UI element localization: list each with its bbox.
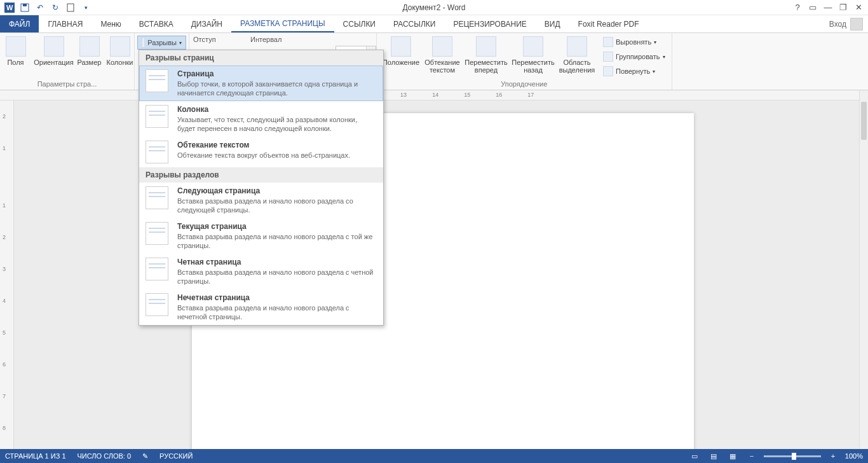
backward-icon [523,36,543,57]
quick-access-toolbar: W ↶ ↻ ▾ [0,2,92,13]
web-layout-icon[interactable]: ▦ [726,450,740,462]
align-button[interactable]: Выровнять▾ [600,35,668,49]
send-backward-button[interactable]: Переместить назад [510,35,556,74]
break-option-next-page[interactable]: Следующая страницаВставка разрыва раздел… [139,183,383,218]
position-button[interactable]: Положение [381,35,421,66]
print-layout-icon[interactable]: ▤ [707,450,721,462]
read-mode-icon[interactable]: ▭ [688,450,702,462]
svg-rect-4 [67,4,74,11]
size-button[interactable]: Размер [76,35,104,66]
chevron-down-icon: ▾ [663,54,665,60]
undo-icon[interactable]: ↶ [34,2,46,13]
tab-foxit[interactable]: Foxit Reader PDF [569,15,648,32]
selection-pane-icon [567,36,587,57]
group-arrange: Положение Обтекание текстом Переместить … [377,33,672,90]
group-icon [603,52,613,62]
dropdown-header-section-breaks: Разрывы разделов [139,167,383,183]
columns-button[interactable]: Колонки [105,35,135,66]
zoom-level[interactable]: 100% [845,452,863,460]
svg-text:W: W [6,4,13,11]
proofing-icon[interactable]: ✎ [142,452,148,460]
tab-file[interactable]: ФАЙЛ [0,15,39,32]
group-label-page-setup: Параметры стра... [37,80,97,89]
align-icon [603,37,613,47]
zoom-slider[interactable] [764,455,821,457]
tab-menu[interactable]: Меню [92,15,130,32]
group-page-setup: Поля Ориентация Размер Колонки Параметры… [0,33,135,90]
break-option-page[interactable]: СтраницаВыбор точки, в которой заканчива… [139,66,383,101]
zoom-out-button[interactable]: − [745,450,759,462]
orientation-button[interactable]: Ориентация [34,35,74,66]
sign-in-link[interactable]: Вход [829,20,846,29]
page-break-icon [146,69,168,92]
chevron-down-icon: ▾ [179,40,182,46]
title-bar: W ↶ ↻ ▾ Документ2 - Word ? ▭ — ❐ ✕ [0,0,868,15]
status-language[interactable]: РУССКИЙ [159,452,193,460]
break-option-column[interactable]: КолонкаУказывает, что текст, следующий з… [139,101,383,137]
margins-button[interactable]: Поля [0,35,32,66]
tab-page-layout[interactable]: РАЗМЕТКА СТРАНИЦЫ [231,15,334,32]
help-icon[interactable]: ? [790,2,804,13]
selection-pane-button[interactable]: Область выделения [557,35,597,74]
rotate-button[interactable]: Повернуть▾ [600,64,668,78]
breaks-icon [142,38,145,48]
ribbon-display-icon[interactable]: ▭ [806,2,820,13]
vertical-scrollbar[interactable] [859,90,868,449]
breaks-dropdown: Разрывы страниц СтраницаВыбор точки, в к… [139,50,384,326]
qat-customize-icon[interactable]: ▾ [80,2,92,13]
tab-review[interactable]: РЕЦЕНЗИРОВАНИЕ [444,15,535,32]
chevron-down-icon: ▾ [653,69,655,74]
close-icon[interactable]: ✕ [851,2,865,13]
vertical-ruler[interactable]: 21123456789 [0,100,14,449]
even-page-section-icon [146,258,168,280]
column-break-icon [146,105,168,128]
tab-home[interactable]: ГЛАВНАЯ [39,15,92,32]
odd-page-section-icon [146,293,168,316]
group-button[interactable]: Группировать▾ [600,50,668,64]
margins-icon [6,36,26,57]
save-icon[interactable] [19,2,31,13]
dropdown-header-page-breaks: Разрывы страниц [139,50,383,66]
breaks-button[interactable]: Разрывы ▾ [137,36,186,50]
word-icon: W [4,2,15,13]
position-icon [391,36,411,57]
size-icon [79,36,100,57]
columns-icon [110,36,130,57]
document-title: Документ2 - Word [402,3,465,12]
wrap-icon [432,36,452,57]
indent-label: Отступ [193,36,243,43]
status-page[interactable]: СТРАНИЦА 1 ИЗ 1 [5,452,66,460]
zoom-slider-knob[interactable] [792,453,796,460]
wrap-text-button[interactable]: Обтекание текстом [423,35,462,74]
zoom-in-button[interactable]: + [826,450,840,462]
user-avatar-icon[interactable] [850,18,863,31]
group-label-arrange: Упорядочение [501,80,547,89]
tab-references[interactable]: ССЫЛКИ [334,15,384,32]
orientation-icon [44,36,64,57]
break-option-continuous[interactable]: Текущая страницаВставка разрыва раздела … [139,218,383,254]
break-option-even-page[interactable]: Четная страницаВставка разрыва раздела и… [139,254,383,289]
tab-insert[interactable]: ВСТАВКА [130,15,182,32]
scrollbar-thumb[interactable] [861,102,867,140]
tab-design[interactable]: ДИЗАЙН [182,15,231,32]
continuous-section-icon [146,222,168,245]
tab-mailings[interactable]: РАССЫЛКИ [384,15,444,32]
status-word-count[interactable]: ЧИСЛО СЛОВ: 0 [78,452,132,460]
ribbon: Поля Ориентация Размер Колонки Параметры… [0,33,868,90]
next-page-section-icon [146,186,168,209]
tab-view[interactable]: ВИД [536,15,569,32]
text-wrap-break-icon [146,141,168,163]
break-option-text-wrapping[interactable]: Обтекание текстомОбтекание текста вокруг… [139,137,383,167]
bring-forward-button[interactable]: Переместить вперед [463,35,509,74]
rotate-icon [603,66,613,76]
maximize-icon[interactable]: ❐ [836,2,850,13]
redo-icon[interactable]: ↻ [50,2,61,13]
forward-icon [476,36,496,57]
new-doc-icon[interactable] [65,2,76,13]
minimize-icon[interactable]: — [821,2,835,13]
break-option-odd-page[interactable]: Нечетная страницаВставка разрыва раздела… [139,289,383,325]
breaks-label: Разрывы [147,39,177,46]
horizontal-ruler[interactable]: 67891011121314151617 [0,90,859,100]
svg-rect-3 [23,4,27,6]
spacing-label: Интервал [250,36,332,43]
